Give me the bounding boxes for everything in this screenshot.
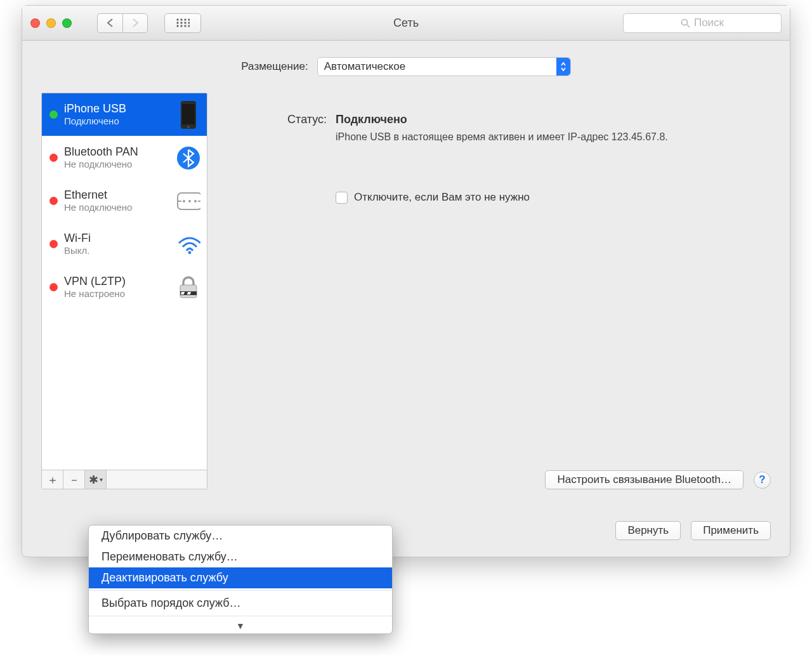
status-dot-icon bbox=[49, 283, 58, 291]
svg-point-11 bbox=[188, 25, 190, 27]
configure-button[interactable]: Настроить связывание Bluetooth… bbox=[545, 470, 743, 489]
back-button[interactable] bbox=[97, 13, 122, 33]
window-title: Сеть bbox=[393, 17, 419, 30]
revert-button[interactable]: Вернуть bbox=[615, 521, 681, 540]
sidebar-item-wi-fi[interactable]: Wi-FiВыкл. bbox=[42, 223, 207, 266]
service-sidebar: iPhone USBПодключеноBluetooth PANНе подк… bbox=[41, 93, 207, 489]
status-description: iPhone USB в настоящее время активен и и… bbox=[336, 130, 668, 144]
separator bbox=[89, 616, 392, 616]
svg-point-8 bbox=[176, 25, 178, 27]
service-status: Не настроено bbox=[64, 288, 170, 300]
popup-item[interactable]: Переименовать службу… bbox=[89, 546, 392, 567]
status-value: Подключено bbox=[336, 113, 668, 126]
sidebar-item-ethernet[interactable]: EthernetНе подключено bbox=[42, 180, 207, 223]
status-dot-icon bbox=[49, 240, 58, 248]
service-name: iPhone USB bbox=[64, 102, 170, 116]
svg-point-5 bbox=[180, 22, 182, 23]
service-name: VPN (L2TP) bbox=[64, 275, 170, 289]
service-name: Bluetooth PAN bbox=[64, 145, 170, 159]
search-input[interactable]: Поиск bbox=[623, 13, 782, 33]
service-name: Wi-Fi bbox=[64, 232, 170, 246]
svg-point-3 bbox=[188, 18, 190, 20]
svg-point-1 bbox=[180, 18, 182, 20]
search-icon bbox=[681, 18, 690, 28]
svg-point-19 bbox=[183, 200, 185, 202]
forward-button[interactable] bbox=[122, 13, 148, 33]
minimize-icon[interactable] bbox=[46, 18, 56, 28]
nav-buttons bbox=[97, 13, 148, 33]
gear-popup-menu: Дублировать службу…Переименовать службу…… bbox=[88, 525, 393, 634]
maximize-icon[interactable] bbox=[62, 18, 72, 28]
sidebar-item-vpn-l2tp-[interactable]: VPN (L2TP)Не настроено bbox=[42, 266, 207, 309]
window-lights bbox=[30, 18, 72, 28]
svg-point-12 bbox=[681, 19, 687, 25]
svg-point-24 bbox=[188, 251, 192, 254]
add-service-button[interactable]: ＋ bbox=[42, 470, 63, 489]
bluetooth-icon bbox=[176, 146, 200, 170]
status-dot-icon bbox=[49, 110, 58, 119]
gear-icon: ✱ bbox=[89, 473, 98, 487]
svg-point-16 bbox=[187, 126, 190, 128]
popup-item[interactable]: Деактивировать службу bbox=[89, 567, 392, 588]
disable-checkbox-label: Отключите, если Вам это не нужно bbox=[354, 191, 530, 204]
service-status: Не подключено bbox=[64, 202, 170, 213]
titlebar: Сеть Поиск bbox=[22, 6, 790, 41]
service-status: Не подключено bbox=[64, 159, 170, 170]
svg-line-13 bbox=[687, 25, 690, 27]
svg-point-2 bbox=[184, 18, 186, 20]
apply-button[interactable]: Применить bbox=[691, 521, 771, 540]
show-all-button[interactable] bbox=[164, 13, 201, 33]
svg-point-20 bbox=[188, 200, 191, 202]
service-name: Ethernet bbox=[64, 189, 170, 202]
phone-icon bbox=[176, 100, 200, 129]
sidebar-toolbar: ＋ － ✱▾ bbox=[42, 470, 207, 489]
disable-checkbox[interactable] bbox=[336, 192, 348, 204]
remove-service-button[interactable]: － bbox=[63, 470, 85, 489]
location-row: Размещение: Автоматическое bbox=[41, 57, 771, 76]
lock-icon bbox=[176, 275, 200, 300]
svg-point-6 bbox=[184, 22, 186, 23]
sidebar-item-iphone-usb[interactable]: iPhone USBПодключено bbox=[42, 93, 207, 136]
svg-point-4 bbox=[176, 22, 178, 23]
help-button[interactable]: ? bbox=[754, 472, 771, 489]
svg-point-9 bbox=[180, 25, 182, 27]
svg-point-7 bbox=[188, 22, 190, 23]
separator bbox=[89, 590, 392, 591]
svg-point-21 bbox=[194, 200, 197, 202]
svg-point-0 bbox=[176, 18, 178, 20]
status-label: Статус: bbox=[219, 113, 327, 144]
status-dot-icon bbox=[49, 197, 58, 205]
ethernet-icon bbox=[176, 189, 200, 213]
popup-more-icon[interactable]: ▼ bbox=[89, 618, 392, 633]
svg-rect-27 bbox=[178, 292, 178, 294]
sidebar-item-bluetooth-pan[interactable]: Bluetooth PANНе подключено bbox=[42, 136, 207, 180]
service-status: Подключено bbox=[64, 116, 170, 127]
service-status: Выкл. bbox=[64, 245, 170, 256]
chevron-down-icon: ▾ bbox=[100, 476, 103, 483]
svg-point-10 bbox=[184, 25, 186, 27]
popup-item[interactable]: Выбрать порядок служб… bbox=[89, 593, 392, 614]
location-label: Размещение: bbox=[241, 60, 308, 73]
close-icon[interactable] bbox=[30, 18, 40, 28]
location-select[interactable]: Автоматическое bbox=[317, 57, 571, 76]
service-actions-button[interactable]: ✱▾ bbox=[85, 470, 107, 489]
wifi-icon bbox=[176, 234, 200, 255]
popup-item[interactable]: Дублировать службу… bbox=[89, 526, 392, 546]
status-dot-icon bbox=[49, 154, 58, 162]
svg-rect-15 bbox=[182, 104, 195, 124]
chevron-updown-icon bbox=[556, 58, 570, 76]
